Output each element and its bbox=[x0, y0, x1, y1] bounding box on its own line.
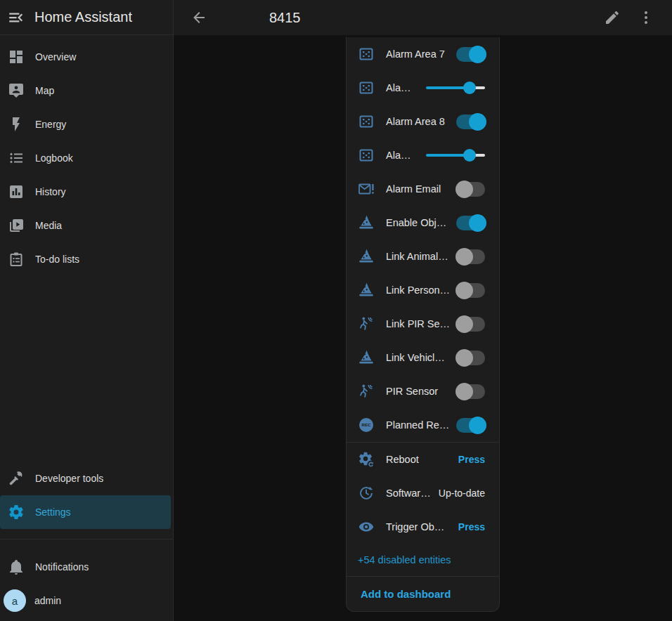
sidebar-bottom-nav: Developer toolsSettings bbox=[0, 462, 173, 529]
sidebar-nav: OverviewMapEnergyLogbookHistoryMediaTo-d… bbox=[0, 35, 173, 276]
overflow-menu-button[interactable] bbox=[638, 9, 654, 26]
press-button[interactable]: Press bbox=[458, 454, 485, 465]
toggle-switch[interactable] bbox=[456, 182, 485, 197]
sidebar-item-logbook[interactable]: Logbook bbox=[0, 141, 173, 175]
chart-box-icon bbox=[8, 183, 25, 200]
entity-label: Link Person… bbox=[386, 285, 456, 296]
texture-box-icon bbox=[358, 147, 375, 164]
toggle-switch[interactable] bbox=[456, 47, 485, 62]
entity-row-alarm-email[interactable]: Alarm Email bbox=[347, 172, 499, 206]
entities-card: Alarm Area 7Ala…Alarm Area 8Ala…Alarm Em… bbox=[346, 37, 500, 612]
entity-label: Ala… bbox=[386, 150, 426, 161]
entity-row-enable-obj[interactable]: Enable Obj… bbox=[347, 206, 499, 240]
edit-button[interactable] bbox=[604, 9, 621, 26]
sidebar-item-label: Overview bbox=[35, 51, 76, 63]
sidebar-item-label: Map bbox=[35, 85, 54, 96]
sidebar-item-developer-tools[interactable]: Developer tools bbox=[0, 462, 173, 495]
toggle-switch[interactable] bbox=[456, 351, 485, 365]
brightness-slider[interactable] bbox=[426, 81, 485, 95]
wizard-hat-icon bbox=[358, 282, 375, 299]
entity-label: Alarm Email bbox=[386, 183, 456, 195]
entity-label: Alarm Area 7 bbox=[386, 48, 456, 60]
sidebar-footer: Notifications a admin bbox=[0, 550, 173, 621]
page-title: 8415 bbox=[269, 10, 301, 26]
sidebar-item-user[interactable]: a admin bbox=[0, 584, 173, 617]
entity-row-reboot[interactable]: RebootPress bbox=[347, 443, 499, 476]
sidebar-item-map[interactable]: Map bbox=[0, 74, 173, 107]
toggle-switch[interactable] bbox=[456, 216, 485, 230]
sidebar-item-overview[interactable]: Overview bbox=[0, 40, 173, 74]
disabled-entities-link[interactable]: +54 disabled entities bbox=[347, 544, 499, 576]
toggle-knob bbox=[455, 349, 473, 367]
toggle-knob bbox=[469, 46, 486, 63]
sidebar-item-to-do-lists[interactable]: To-do lists bbox=[0, 242, 173, 276]
toggle-switch[interactable] bbox=[456, 317, 485, 332]
entity-row-ala[interactable]: Ala… bbox=[347, 138, 499, 172]
clipboard-list-icon bbox=[8, 251, 25, 268]
entity-label: Link Animal… bbox=[386, 251, 456, 262]
svg-text:REC: REC bbox=[361, 422, 371, 427]
content-area: Alarm Area 7Ala…Alarm Area 8Ala…Alarm Em… bbox=[174, 35, 672, 621]
toggle-knob bbox=[455, 315, 473, 333]
entity-row-alarm-area-8[interactable]: Alarm Area 8 bbox=[347, 105, 499, 138]
entity-row-alarm-area-7[interactable]: Alarm Area 7 bbox=[347, 37, 499, 71]
main-area: 8415 Alarm Area 7Ala…Alarm Area 8Ala…Ala… bbox=[174, 0, 672, 621]
sidebar-item-notifications[interactable]: Notifications bbox=[0, 550, 173, 584]
toggle-switch[interactable] bbox=[456, 418, 485, 433]
sidebar-item-label: Developer tools bbox=[35, 473, 103, 484]
toggle-switch[interactable] bbox=[456, 249, 485, 264]
entity-label: Softwar… bbox=[386, 488, 439, 499]
back-button[interactable] bbox=[190, 9, 207, 26]
entity-row-link-animal[interactable]: Link Animal… bbox=[347, 240, 499, 273]
hammer-icon bbox=[8, 470, 25, 487]
slider-track bbox=[426, 86, 485, 89]
sidebar-item-settings[interactable]: Settings bbox=[0, 495, 171, 529]
cog-icon bbox=[8, 504, 25, 521]
arrow-left-icon bbox=[190, 9, 207, 26]
entity-row-ala[interactable]: Ala… bbox=[347, 71, 499, 105]
entity-label: Link PIR Se… bbox=[386, 318, 456, 329]
toggle-knob bbox=[455, 248, 473, 266]
toggle-knob bbox=[455, 383, 473, 400]
toggle-switch[interactable] bbox=[456, 115, 485, 129]
sidebar-item-history[interactable]: History bbox=[0, 175, 173, 209]
sidebar-spacer bbox=[0, 276, 173, 462]
entity-row-link-pir-se[interactable]: Link PIR Se… bbox=[347, 307, 499, 341]
slider-thumb[interactable] bbox=[463, 149, 476, 162]
wizard-hat-icon bbox=[358, 349, 375, 366]
eye-icon bbox=[358, 518, 375, 535]
entity-label: Trigger Ob… bbox=[386, 521, 458, 532]
entity-state-value: Up-to-date bbox=[439, 488, 485, 499]
entity-row-pir-sensor[interactable]: PIR Sensor bbox=[347, 374, 499, 408]
slider-thumb[interactable] bbox=[463, 81, 476, 94]
sidebar-toggle-button[interactable] bbox=[7, 8, 25, 27]
user-name: admin bbox=[34, 595, 61, 606]
sidebar-item-energy[interactable]: Energy bbox=[0, 107, 173, 141]
sidebar-item-label: Logbook bbox=[35, 152, 73, 164]
entity-row-planned-re[interactable]: RECPlanned Re… bbox=[347, 408, 499, 442]
motion-sensor-icon bbox=[358, 383, 375, 400]
sidebar-item-media[interactable]: Media bbox=[0, 209, 173, 242]
entity-label: Enable Obj… bbox=[386, 217, 456, 228]
add-to-dashboard-button[interactable]: Add to dashboard bbox=[347, 577, 499, 611]
entity-row-link-person[interactable]: Link Person… bbox=[347, 273, 499, 307]
toggle-switch[interactable] bbox=[456, 384, 485, 399]
press-button[interactable]: Press bbox=[458, 521, 485, 532]
slider-track bbox=[426, 154, 485, 157]
sidebar-item-label: Notifications bbox=[35, 561, 89, 573]
toggle-knob bbox=[469, 214, 486, 232]
brightness-slider[interactable] bbox=[426, 148, 485, 162]
entity-row-softwar[interactable]: Softwar…Up-to-date bbox=[347, 476, 499, 510]
wizard-hat-icon bbox=[358, 248, 375, 265]
toggle-switch[interactable] bbox=[456, 283, 485, 298]
entity-label: PIR Sensor bbox=[386, 386, 456, 397]
entity-row-link-vehicl[interactable]: Link Vehicl… bbox=[347, 341, 499, 374]
entity-row-trigger-ob[interactable]: Trigger Ob…Press bbox=[347, 510, 499, 544]
entity-label: Reboot bbox=[386, 454, 458, 465]
view-dashboard-icon bbox=[8, 48, 25, 65]
lightning-bolt-icon bbox=[8, 116, 25, 133]
sidebar-item-label: To-do lists bbox=[35, 254, 79, 265]
pencil-icon bbox=[604, 9, 621, 26]
topbar: 8415 bbox=[174, 0, 672, 35]
app-title: Home Assistant bbox=[34, 9, 132, 25]
